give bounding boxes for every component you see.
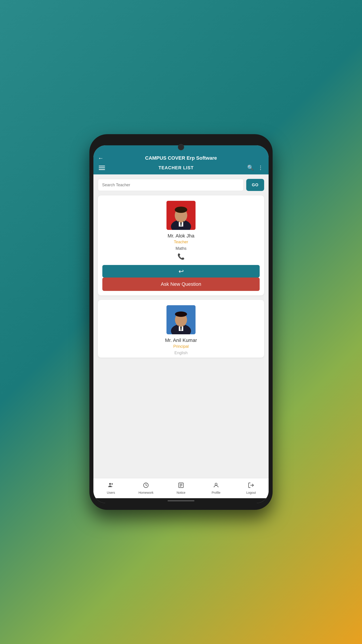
search-row: GO (98, 179, 264, 191)
more-options-icon[interactable]: ⋮ (258, 164, 263, 171)
phone-frame: ← CAMPUS COVER Erp Software TEACHER LIST… (89, 134, 273, 510)
search-icon[interactable]: 🔍 (247, 164, 254, 171)
teacher-1-subject: Maths (175, 246, 186, 251)
teacher-2-name: Mr. Anil Kumar (165, 338, 197, 343)
toolbar-title: TEACHER LIST (158, 165, 194, 170)
nav-label-logout: Logout (246, 491, 256, 494)
hamburger-menu[interactable] (99, 166, 105, 170)
toolbar-icons: 🔍 ⋮ (247, 164, 263, 171)
bottom-nav: Users Homework (93, 478, 269, 498)
app-title: CAMPUS COVER Erp Software (145, 155, 217, 161)
card-actions-1: ↩ Ask New Question (102, 265, 260, 296)
nav-item-notice[interactable]: Notice (164, 482, 199, 494)
teacher-1-name: Mr. Alok Jha (168, 233, 194, 239)
nav-item-logout[interactable]: Logout (234, 482, 269, 494)
content-area: GO (93, 174, 269, 478)
nav-label-profile: Profile (212, 491, 221, 494)
go-button[interactable]: GO (246, 179, 264, 191)
hamburger-line-1 (99, 166, 105, 166)
search-input[interactable] (98, 179, 244, 191)
hamburger-line-2 (99, 168, 105, 168)
nav-item-users[interactable]: Users (93, 482, 128, 494)
home-bar (168, 500, 194, 501)
homework-icon (143, 482, 149, 490)
svg-point-15 (175, 312, 187, 317)
svg-point-5 (175, 206, 187, 213)
nav-item-homework[interactable]: Homework (128, 482, 164, 494)
teacher-card-1: Mr. Alok Jha Teacher Maths 📞 ↩ Ask New Q… (98, 196, 264, 296)
reply-icon: ↩ (179, 268, 184, 275)
back-button[interactable]: ← (98, 155, 104, 162)
nav-item-profile[interactable]: Profile (198, 482, 234, 494)
home-indicator (93, 498, 269, 503)
svg-point-27 (215, 483, 217, 485)
ask-question-button-1[interactable]: Ask New Question (102, 278, 260, 291)
profile-icon (213, 482, 219, 490)
notice-icon (178, 482, 184, 490)
teacher-card-2: Mr. Anil Kumar Principal English (98, 300, 264, 358)
nav-label-users: Users (107, 491, 115, 494)
teacher-avatar-2 (166, 305, 196, 334)
nav-label-homework: Homework (139, 491, 153, 494)
logout-icon (248, 482, 254, 490)
phone-icon[interactable]: 📞 (177, 253, 185, 260)
teacher-avatar-1 (166, 201, 196, 230)
svg-point-20 (109, 483, 111, 485)
svg-point-21 (111, 483, 113, 484)
toolbar: TEACHER LIST 🔍 ⋮ (93, 163, 269, 174)
users-icon (108, 482, 114, 490)
phone-screen: ← CAMPUS COVER Erp Software TEACHER LIST… (93, 145, 269, 503)
hamburger-line-3 (99, 169, 105, 170)
teacher-2-subject: English (174, 350, 187, 355)
teacher-1-role: Teacher (174, 240, 188, 244)
app-header: ← CAMPUS COVER Erp Software (93, 152, 269, 163)
teacher-2-role: Principal (173, 344, 189, 349)
camera (178, 144, 184, 150)
nav-label-notice: Notice (177, 491, 185, 494)
reply-button-1[interactable]: ↩ (102, 265, 260, 278)
